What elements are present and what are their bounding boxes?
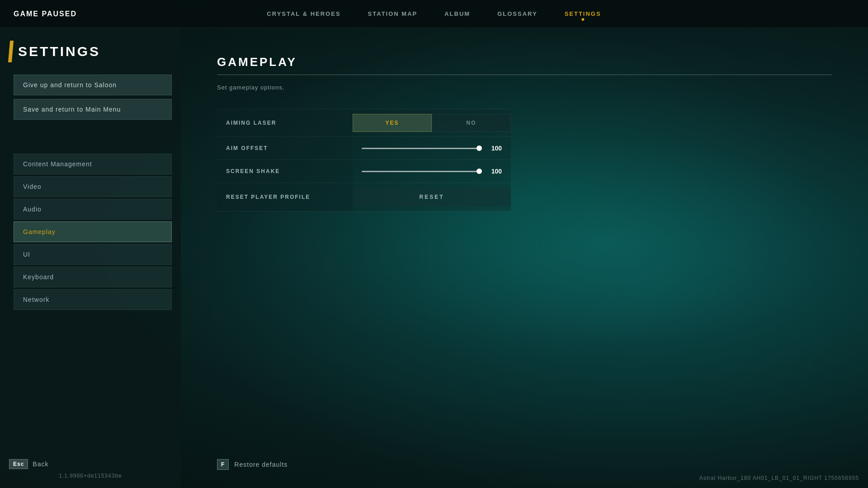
nav-album[interactable]: ALBUM	[444, 10, 470, 17]
aim-offset-fill	[362, 148, 481, 149]
esc-key[interactable]: Esc	[9, 459, 28, 469]
aiming-laser-yes[interactable]: YES	[353, 114, 432, 132]
section-divider	[217, 75, 832, 75]
nav-settings[interactable]: SETTINGS	[565, 10, 601, 17]
aim-offset-label: AIM OFFSET	[217, 137, 353, 160]
aim-offset-track[interactable]	[362, 148, 481, 149]
left-panel: SETTINGS Give up and return to Saloon Sa…	[0, 0, 181, 488]
restore-defaults[interactable]: F Restore defaults	[217, 459, 288, 470]
top-navigation: GAME PAUSED CRYSTAL & HEROES STATION MAP…	[0, 0, 868, 28]
aiming-laser-label: AIMING LASER	[217, 109, 353, 137]
sidebar-item-network[interactable]: Network	[14, 289, 172, 310]
aim-offset-thumb	[476, 145, 482, 151]
aiming-laser-toggle: YES NO	[353, 114, 511, 132]
aim-offset-slider-wrapper: 100	[353, 145, 511, 152]
bottom-right-info: Astral Harbor_180 AH01_LB_01_01_RIGHT 17…	[699, 475, 859, 481]
screen-shake-track[interactable]	[362, 171, 481, 172]
setting-row-aim-offset: AIM OFFSET 100	[217, 137, 511, 160]
nav-glossary[interactable]: GLOSSARY	[497, 10, 537, 17]
setting-row-screen-shake: SCREEN SHAKE 100	[217, 160, 511, 183]
reset-profile-button[interactable]: RESET	[353, 188, 511, 206]
screen-shake-fill	[362, 171, 481, 172]
settings-title-wrapper: SETTINGS	[9, 41, 100, 62]
give-up-button[interactable]: Give up and return to Saloon	[14, 75, 172, 95]
section-title: GAMEPLAY	[217, 55, 832, 69]
aim-offset-value: 100	[488, 145, 502, 152]
settings-title: SETTINGS	[18, 44, 100, 59]
sidebar-item-ui[interactable]: UI	[14, 244, 172, 265]
aiming-laser-no[interactable]: NO	[432, 114, 511, 132]
reset-profile-label: RESET PLAYER PROFILE	[217, 183, 353, 211]
game-paused-label: GAME PAUSED	[14, 10, 77, 18]
menu-buttons: Give up and return to Saloon Save and re…	[14, 75, 172, 120]
screen-shake-thumb	[476, 169, 482, 174]
version-text: 1.1.9986+de115343be	[9, 473, 172, 479]
restore-defaults-label: Restore defaults	[234, 461, 288, 468]
aim-offset-control: 100	[353, 137, 511, 160]
section-subtitle: Set gameplay options.	[217, 84, 832, 91]
sidebar-item-keyboard[interactable]: Keyboard	[14, 267, 172, 287]
nav-crystal-heroes[interactable]: CRYSTAL & HEROES	[267, 10, 340, 17]
back-label: Back	[33, 460, 48, 468]
screen-shake-value: 100	[488, 168, 502, 175]
nav-links: CRYSTAL & HEROES STATION MAP ALBUM GLOSS…	[267, 10, 601, 17]
main-content: GAMEPLAY Set gameplay options. AIMING LA…	[181, 28, 868, 488]
sidebar-item-gameplay[interactable]: Gameplay	[14, 221, 172, 242]
screen-shake-slider-wrapper: 100	[353, 168, 511, 175]
setting-row-reset-profile: RESET PLAYER PROFILE RESET	[217, 183, 511, 211]
esc-back: Esc Back	[9, 459, 172, 469]
bottom-left: Esc Back 1.1.9986+de115343be	[9, 459, 172, 479]
reset-profile-control: RESET	[353, 183, 511, 211]
sidebar-item-video[interactable]: Video	[14, 176, 172, 197]
settings-table: AIMING LASER YES NO AIM OFFSET 100	[217, 109, 511, 211]
screen-shake-control: 100	[353, 160, 511, 183]
screen-shake-label: SCREEN SHAKE	[217, 160, 353, 183]
title-accent	[8, 41, 14, 62]
setting-row-aiming-laser: AIMING LASER YES NO	[217, 109, 511, 137]
nav-station-map[interactable]: STATION MAP	[368, 10, 418, 17]
save-return-button[interactable]: Save and return to Main Menu	[14, 99, 172, 120]
f-key: F	[217, 459, 229, 470]
sidebar-item-content-management[interactable]: Content Management	[14, 154, 172, 174]
aiming-laser-control: YES NO	[353, 109, 511, 137]
sidebar-item-audio[interactable]: Audio	[14, 199, 172, 220]
sidebar-nav: Content Management Video Audio Gameplay …	[14, 154, 172, 310]
